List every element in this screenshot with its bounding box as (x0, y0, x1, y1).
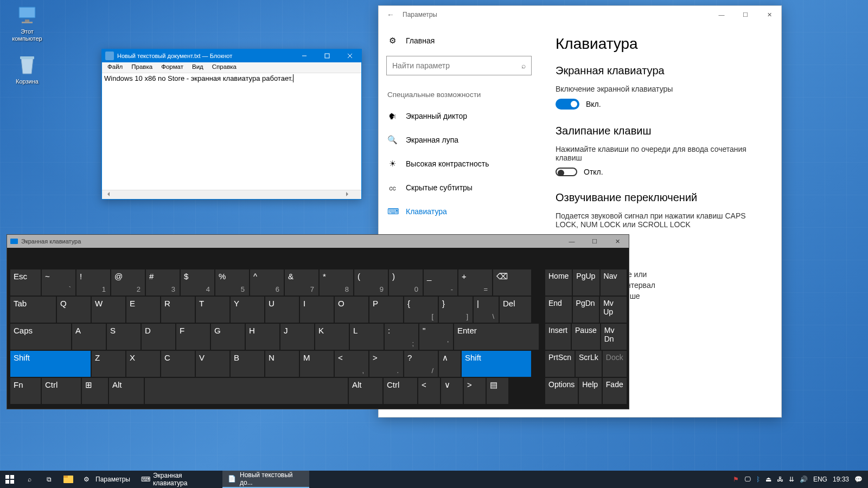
toggle-switch[interactable] (556, 99, 579, 110)
key-<[interactable]: < (418, 378, 440, 404)
key-shift[interactable]: Shift (462, 351, 531, 377)
tray-language[interactable]: ENG (813, 476, 827, 483)
key-p[interactable]: P (369, 297, 403, 323)
key-c[interactable]: C (161, 351, 195, 377)
key-space[interactable] (145, 378, 348, 404)
key-mvdn[interactable]: Mv Dn (601, 324, 627, 350)
osk-titlebar[interactable]: Экранная клавиатура — ☐ ✕ (7, 235, 629, 248)
key-![interactable]: !1 (76, 269, 110, 296)
key-prtscn[interactable]: PrtScn (545, 351, 575, 377)
key-alt[interactable]: Alt (349, 378, 382, 404)
key-pgdn[interactable]: PgDn (573, 297, 599, 323)
search-input-wrapper[interactable]: ⌕ (386, 56, 532, 75)
key-del[interactable]: Del (500, 297, 531, 323)
key-*[interactable]: *8 (320, 269, 353, 296)
menu-view[interactable]: Вид (188, 62, 208, 73)
key-r[interactable]: R (161, 297, 195, 323)
key-alt[interactable]: Alt (109, 378, 144, 404)
key->[interactable]: >. (369, 351, 403, 377)
tray-monitor-icon[interactable]: 🖵 (744, 476, 751, 483)
key-⊞[interactable]: ⊞ (82, 378, 108, 404)
key-m[interactable]: M (300, 351, 334, 377)
key-#[interactable]: #3 (146, 269, 180, 296)
toggle-osk[interactable]: Вкл. (556, 99, 601, 110)
key-mvup[interactable]: Mv Up (600, 297, 627, 323)
menu-file[interactable]: Файл (103, 62, 127, 73)
task-osk[interactable]: ⌨Экранная клавиатура (136, 471, 222, 488)
key-options[interactable]: Options (545, 378, 578, 404)
key-enter[interactable]: Enter (454, 324, 539, 350)
key-nav[interactable]: Nav (601, 269, 627, 296)
key-ctrl[interactable]: Ctrl (42, 378, 81, 404)
key-pause[interactable]: Pause (572, 324, 600, 350)
key-esc[interactable]: Esc (10, 269, 41, 296)
key-([interactable]: (9 (354, 269, 388, 296)
key-f[interactable]: F (176, 324, 210, 350)
key-t[interactable]: T (196, 297, 229, 323)
minimize-button[interactable]: — (710, 6, 733, 23)
nav-home[interactable]: ⚙ Главная (379, 29, 539, 53)
close-button[interactable]: ✕ (606, 235, 629, 248)
key-{[interactable]: {[ (404, 297, 438, 323)
key-tab[interactable]: Tab (10, 297, 56, 323)
key-z[interactable]: Z (92, 351, 125, 377)
key-fade[interactable]: Fade (603, 378, 627, 404)
nav-item-magnifier[interactable]: 🔍Экранная лупа (379, 128, 539, 152)
nav-item-narrator[interactable]: 🗣Экранный диктор (379, 104, 539, 128)
key-%[interactable]: %5 (215, 269, 249, 296)
search-input[interactable] (392, 61, 521, 70)
key-∧[interactable]: ∧ (439, 351, 461, 377)
tray-network-icon[interactable]: 🖧 (777, 476, 783, 483)
key-home[interactable]: Home (545, 269, 572, 296)
maximize-button[interactable]: ☐ (583, 235, 606, 248)
tray-bluetooth-icon[interactable]: ᛒ (756, 476, 760, 483)
key-∨[interactable]: ∨ (441, 378, 463, 404)
tray-flag-icon[interactable]: ⚑ (733, 476, 739, 483)
key-j[interactable]: J (280, 324, 314, 350)
close-button[interactable] (339, 49, 361, 62)
tray-notifications-icon[interactable]: 💬 (854, 476, 863, 483)
key-n[interactable]: N (265, 351, 299, 377)
maximize-button[interactable] (316, 49, 339, 62)
key-⌫[interactable]: ⌫ (493, 269, 531, 296)
key-shift[interactable]: Shift (10, 351, 91, 377)
maximize-button[interactable]: ☐ (733, 6, 757, 23)
key-w[interactable]: W (92, 297, 125, 323)
key-:[interactable]: :; (385, 324, 418, 350)
tray-devices-icon[interactable]: ⏏ (765, 476, 771, 483)
nav-item-contrast[interactable]: ☀Высокая контрастность (379, 152, 539, 176)
key-|[interactable]: |\ (474, 297, 499, 323)
key-insert[interactable]: Insert (545, 324, 571, 350)
key-<[interactable]: <, (335, 351, 368, 377)
menu-format[interactable]: Формат (157, 62, 188, 73)
key-o[interactable]: O (335, 297, 368, 323)
explorer-button[interactable] (59, 471, 78, 488)
key-&[interactable]: &7 (285, 269, 318, 296)
key-$[interactable]: $4 (181, 269, 214, 296)
key-g[interactable]: G (211, 324, 245, 350)
key-+[interactable]: += (458, 269, 492, 296)
back-button[interactable]: ← (379, 10, 403, 19)
key-}[interactable]: }] (439, 297, 473, 323)
minimize-button[interactable]: — (560, 235, 583, 248)
search-button[interactable]: ⌕ (20, 471, 39, 488)
key-a[interactable]: A (72, 324, 106, 350)
toggle-switch[interactable] (556, 168, 577, 176)
key-s[interactable]: S (107, 324, 141, 350)
notepad-titlebar[interactable]: Новый текстовый документ.txt — Блокнот (102, 49, 361, 62)
key-d[interactable]: D (142, 324, 175, 350)
key-k[interactable]: K (315, 324, 349, 350)
desktop-icon-this-pc[interactable]: Этот компьютер (8, 4, 47, 42)
key-?[interactable]: ?/ (404, 351, 438, 377)
menu-help[interactable]: Справка (208, 62, 241, 73)
key-h[interactable]: H (246, 324, 279, 350)
task-settings[interactable]: ⚙Параметры (78, 471, 136, 488)
start-button[interactable] (0, 471, 20, 488)
key-v[interactable]: V (196, 351, 229, 377)
key-q[interactable]: Q (57, 297, 91, 323)
key-l[interactable]: L (350, 324, 384, 350)
tray-wifi-icon[interactable]: ⇊ (789, 476, 794, 483)
key-e[interactable]: E (126, 297, 160, 323)
key-fn[interactable]: Fn (10, 378, 41, 404)
key-dock[interactable]: Dock (603, 351, 627, 377)
